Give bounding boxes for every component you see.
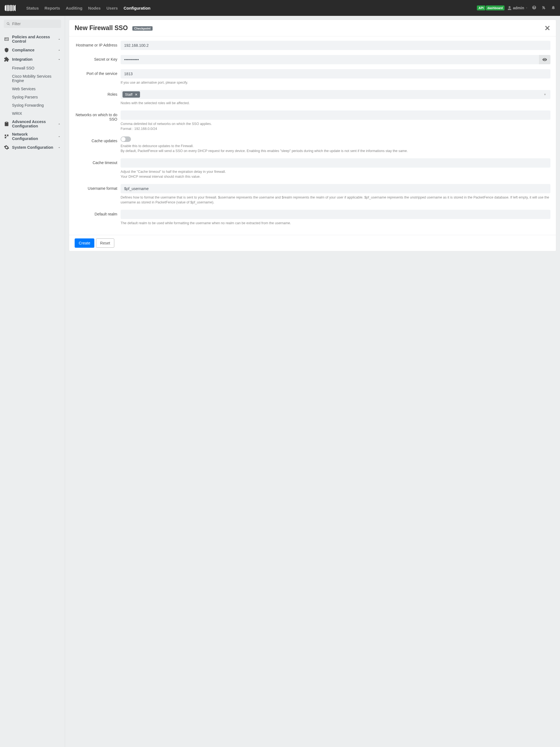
remove-role-button[interactable]: ✕ <box>135 93 137 97</box>
chevron-up-icon <box>57 122 61 126</box>
chevron-up-icon <box>57 135 61 138</box>
default-realm-input[interactable] <box>121 210 551 219</box>
user-icon <box>507 6 512 10</box>
chevron-up-icon <box>57 146 61 149</box>
id-card-icon <box>4 36 9 42</box>
clipboard-icon <box>4 121 9 127</box>
cache-timeout-input[interactable] <box>121 158 551 168</box>
topbar-right: API dashboard admin <box>477 4 557 12</box>
sidebar-item-web-services[interactable]: Web Services <box>12 85 61 93</box>
network-icon <box>4 134 9 139</box>
filter-input[interactable] <box>12 22 58 26</box>
form-card: New Firewall SSO Checkpoint ✕ Hostname o… <box>69 20 556 251</box>
chevron-down-icon <box>57 58 61 61</box>
close-icon: ✕ <box>544 24 551 32</box>
roles-select[interactable]: Staff ✕ ▼ <box>121 90 551 99</box>
chevron-up-icon <box>57 37 61 41</box>
hostname-label: Hostname or IP Address <box>75 41 121 50</box>
search-icon <box>6 22 10 26</box>
api-badge[interactable]: API <box>477 5 485 10</box>
networks-help-2: Format : 192.168.0.0/24 <box>121 126 551 131</box>
tools-button[interactable] <box>540 4 547 12</box>
help-button[interactable] <box>531 4 538 12</box>
sidebar-item-firewall-sso[interactable]: Firewall SSO <box>12 64 61 72</box>
username-format-label: Username format <box>75 184 121 205</box>
caret-down-icon: ▼ <box>543 93 549 96</box>
nav-status[interactable]: Status <box>24 4 41 12</box>
page-title: New Firewall SSO Checkpoint <box>75 24 153 32</box>
gears-icon <box>4 145 9 150</box>
nav-reports[interactable]: Reports <box>42 4 62 12</box>
nav-nodes[interactable]: Nodes <box>86 4 103 12</box>
dashboard-badge[interactable]: dashboard <box>486 5 505 10</box>
sidebar-section-system-config[interactable]: System Configuration <box>4 143 61 152</box>
username-format-help: Defines how to format the username that … <box>121 195 551 205</box>
sidebar-section-integration[interactable]: Integration <box>4 55 61 64</box>
puzzle-icon <box>4 57 9 62</box>
caret-down-icon <box>525 6 528 9</box>
default-realm-label: Default realm <box>75 210 121 226</box>
secret-label: Secret or Key <box>75 55 121 64</box>
type-badge: Checkpoint <box>132 26 153 31</box>
primary-nav: Status Reports Auditing Nodes Users Conf… <box>24 4 153 12</box>
roles-label: Roles <box>75 90 121 106</box>
nav-users[interactable]: Users <box>104 4 120 12</box>
sidebar-section-network-config[interactable]: Network Configuration <box>4 130 61 143</box>
port-help: If you use an alternative port, please s… <box>121 80 551 85</box>
sidebar-section-policies[interactable]: Policies and Access Control <box>4 33 61 45</box>
notifications-button[interactable] <box>550 4 557 12</box>
cache-updates-toggle[interactable] <box>121 136 131 142</box>
nav-auditing[interactable]: Auditing <box>64 4 85 12</box>
reveal-secret-button[interactable] <box>539 55 551 64</box>
hostname-input[interactable] <box>121 41 551 50</box>
user-menu[interactable]: admin <box>507 6 528 10</box>
main-content: New Firewall SSO Checkpoint ✕ Hostname o… <box>65 16 560 747</box>
cache-timeout-help-1: Adjust the "Cache timeout" to half the e… <box>121 169 551 174</box>
nav-configuration[interactable]: Configuration <box>121 4 153 12</box>
sidebar-item-cisco-mse[interactable]: Cisco Mobility Services Engine <box>12 72 61 85</box>
eye-icon <box>542 57 547 62</box>
card-footer: Create Reset <box>69 235 556 251</box>
cache-updates-label: Cache updates <box>75 136 121 153</box>
create-button[interactable]: Create <box>75 238 94 248</box>
cache-updates-help-2: By default, PacketFence will send a SSO … <box>121 149 551 153</box>
sidebar-item-wrix[interactable]: WRIX <box>12 109 61 118</box>
chevron-up-icon <box>57 48 61 52</box>
app-logo[interactable] <box>3 4 19 12</box>
secret-input[interactable] <box>121 55 539 64</box>
port-input[interactable] <box>121 69 551 78</box>
port-label: Port of the service <box>75 69 121 85</box>
bell-icon <box>551 5 556 10</box>
shield-icon <box>4 47 9 53</box>
sidebar: Policies and Access Control Compliance I… <box>0 16 65 747</box>
sidebar-item-syslog-forwarding[interactable]: Syslog Forwarding <box>12 101 61 109</box>
cache-timeout-label: Cache timeout <box>75 158 121 179</box>
default-realm-help: The default realm to be used while forma… <box>121 221 551 226</box>
integration-subitems: Firewall SSO Cisco Mobility Services Eng… <box>4 64 61 118</box>
role-tag-staff: Staff ✕ <box>123 91 140 98</box>
sidebar-filter[interactable] <box>4 20 61 28</box>
top-bar: Status Reports Auditing Nodes Users Conf… <box>0 0 560 16</box>
close-button[interactable]: ✕ <box>544 25 551 32</box>
networks-input[interactable] <box>121 110 551 120</box>
sidebar-section-advanced-access[interactable]: Advanced Access Configuration <box>4 118 61 130</box>
cache-updates-help-1: Enable this to debounce updates to the F… <box>121 144 551 149</box>
sidebar-section-compliance[interactable]: Compliance <box>4 45 61 55</box>
networks-label: Networks on which to do SSO <box>75 110 121 131</box>
sidebar-item-syslog-parsers[interactable]: Syslog Parsers <box>12 93 61 101</box>
cache-timeout-help-2: Your DHCP renewal interval should match … <box>121 174 551 179</box>
reset-button[interactable]: Reset <box>96 238 114 248</box>
card-header: New Firewall SSO Checkpoint ✕ <box>69 20 556 36</box>
username-format-input[interactable] <box>121 184 551 193</box>
roles-help: Nodes with the selected roles will be af… <box>121 101 551 106</box>
tools-icon <box>541 5 546 10</box>
question-circle-icon <box>532 5 536 10</box>
networks-help-1: Comma delimited list of networks on whic… <box>121 121 551 126</box>
